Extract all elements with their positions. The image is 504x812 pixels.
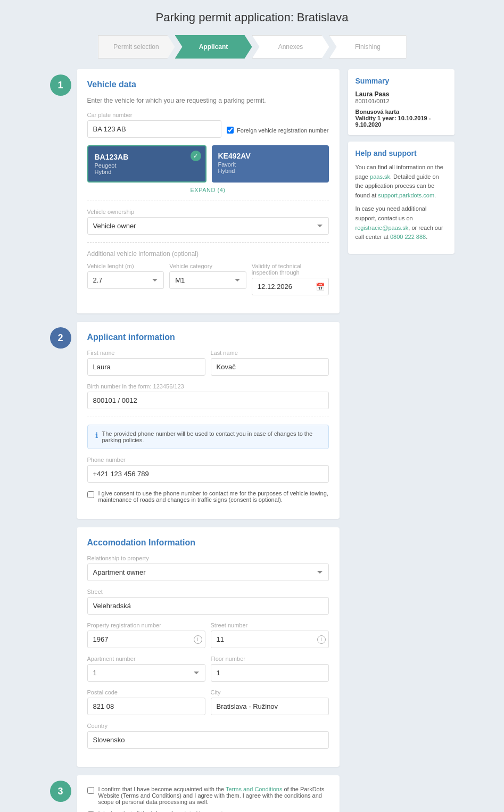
phone-link[interactable]: 0800 222 888	[390, 234, 426, 240]
vehicle-type-1: Hybrid	[218, 168, 323, 174]
vehicle-make-0: Peugeot	[95, 162, 199, 169]
property-reg-input[interactable]	[87, 631, 205, 648]
additional-info-label: Additional vehicle information (optional…	[87, 250, 329, 258]
vehicle-type-0: Hybrid	[95, 169, 199, 175]
vehicle-data-subtitle: Enter the vehicle for which you are requ…	[87, 97, 329, 104]
vehicle-category-label: Vehicle category	[169, 263, 246, 269]
vehicle-selected-check: ✓	[191, 151, 201, 161]
relationship-select[interactable]: Apartment owner Tenant	[87, 564, 329, 581]
terms-checkbox[interactable]	[87, 787, 94, 794]
vehicle-plate-1: KE492AV	[218, 152, 323, 160]
help-text-2: In case you need additional support, con…	[356, 204, 447, 242]
vehicle-card-0[interactable]: ✓ BA123AB Peugeot Hybrid	[87, 145, 206, 183]
summary-card-name: Bonusová karta	[356, 109, 447, 115]
help-text-1: You can find all information on the page…	[356, 163, 447, 200]
paas-link[interactable]: paas.sk	[370, 173, 390, 180]
street-number-label: Street number	[211, 622, 329, 628]
phone-info-box: ℹ The provided phone number will be used…	[87, 425, 329, 449]
expand-link[interactable]: EXPAND (4)	[87, 187, 329, 193]
info-icon: ℹ	[95, 431, 98, 440]
consent-label: I give consent to use the phone number t…	[98, 490, 329, 503]
vehicle-plate-0: BA123AB	[95, 153, 199, 161]
consent-checkbox-row[interactable]: I give consent to use the phone number t…	[87, 490, 329, 503]
last-name-input[interactable]	[211, 358, 329, 376]
vehicle-card-1[interactable]: KE492AV Favorit Hybrid	[212, 145, 329, 183]
applicant-info-title: Applicant information	[87, 333, 329, 342]
street-input[interactable]	[87, 597, 329, 615]
floor-label: Floor number	[211, 656, 329, 662]
relationship-label: Relationship to property	[87, 555, 329, 561]
terms-link[interactable]: Terms and Conditions	[226, 786, 282, 792]
street-label: Street	[87, 589, 329, 595]
street-number-input[interactable]	[211, 631, 329, 648]
summary-id: 800101/0012	[356, 98, 447, 104]
summary-card: Summary Laura Paas 800101/0012 Bonusová …	[348, 69, 455, 135]
vehicle-length-label: Vehicle lenght (m)	[87, 263, 164, 269]
summary-title: Summary	[356, 77, 447, 85]
vehicle-category-select[interactable]: M1 M2	[169, 271, 246, 289]
badge-3: 3	[50, 781, 71, 802]
step-applicant[interactable]: Applicant	[175, 35, 252, 59]
step-label-finishing: Finishing	[355, 43, 381, 51]
last-name-label: Last name	[211, 350, 329, 356]
step-annexes[interactable]: Annexes	[252, 35, 329, 59]
summary-validity: Validity 1 year: 10.10.2019 - 9.10.2020	[356, 115, 447, 128]
step-label-annexes: Annexes	[278, 43, 303, 51]
property-reg-label: Property registration number	[87, 622, 205, 628]
country-label: Country	[87, 723, 329, 729]
consent-checkbox[interactable]	[87, 491, 94, 498]
step-label-applicant: Applicant	[199, 43, 228, 51]
vehicle-length-select[interactable]: 2.7 3.0	[87, 271, 164, 289]
accommodation-title: Accomodation Information	[87, 538, 329, 548]
city-input[interactable]	[211, 698, 329, 715]
step-permit-selection[interactable]: Permit selection	[98, 35, 175, 59]
plate-label: Car plate number	[87, 112, 222, 118]
stepper: Permit selection Applicant Annexes Finis…	[93, 35, 412, 59]
accommodation-info-card: Accomodation Information Relationship to…	[77, 527, 340, 767]
phone-input[interactable]	[87, 465, 329, 483]
first-name-label: First name	[87, 350, 205, 356]
terms-card: I confirm that I have become acquainted …	[77, 775, 340, 812]
postal-code-label: Postal code	[87, 689, 205, 695]
terms-text: I confirm that I have become acquainted …	[98, 786, 329, 805]
vehicle-data-title: Vehicle data	[87, 80, 329, 89]
plate-input[interactable]	[87, 120, 222, 138]
foreign-checkbox[interactable]	[227, 127, 234, 134]
badge-1: 1	[50, 74, 71, 96]
help-title: Help and support	[356, 149, 447, 158]
vehicle-make-1: Favorit	[218, 161, 323, 168]
postal-code-input[interactable]	[87, 698, 205, 715]
first-name-input[interactable]	[87, 358, 205, 376]
foreign-label: Foreign vehicle registration number	[237, 127, 328, 134]
phone-info-text: The provided phone number will be used t…	[102, 430, 321, 443]
property-reg-info-icon[interactable]: i	[194, 635, 202, 644]
apartment-select[interactable]: 1 2	[87, 664, 205, 682]
ownership-select[interactable]: Vehicle owner Company vehicle Leased veh…	[87, 217, 329, 235]
support-link[interactable]: support.parkdots.com	[378, 192, 434, 198]
vehicle-cards: ✓ BA123AB Peugeot Hybrid KE492AV Favorit…	[87, 145, 329, 183]
step-label-permit: Permit selection	[113, 43, 159, 51]
apartment-label: Apartment number	[87, 656, 205, 662]
help-card: Help and support You can find all inform…	[348, 142, 455, 254]
registracie-link[interactable]: registracie@paas.sk	[356, 225, 409, 231]
birth-number-input[interactable]	[87, 392, 329, 409]
summary-name: Laura Paas	[356, 90, 447, 98]
applicant-info-card: Applicant information First name Last na…	[77, 322, 340, 519]
step-finishing[interactable]: Finishing	[329, 35, 407, 59]
birth-number-label: Birth number in the form: 123456/123	[87, 383, 329, 390]
terms-checkbox-row[interactable]: I confirm that I have become acquainted …	[87, 786, 329, 805]
foreign-vehicle-checkbox-row[interactable]: Foreign vehicle registration number	[227, 127, 328, 138]
country-input[interactable]	[87, 731, 329, 749]
badge-2: 2	[50, 327, 71, 349]
page-title: Parking permit application: Bratislava	[0, 11, 504, 24]
ownership-label: Vehicle ownership	[87, 209, 329, 215]
phone-label: Phone number	[87, 457, 329, 463]
inspection-label: Validity of technical inspection through	[252, 263, 329, 276]
city-label: City	[211, 689, 329, 695]
floor-input[interactable]	[211, 664, 329, 682]
vehicle-data-card: Vehicle data Enter the vehicle for which…	[77, 69, 340, 313]
street-number-info-icon[interactable]: i	[317, 635, 326, 644]
calendar-icon[interactable]: 📅	[316, 283, 325, 291]
